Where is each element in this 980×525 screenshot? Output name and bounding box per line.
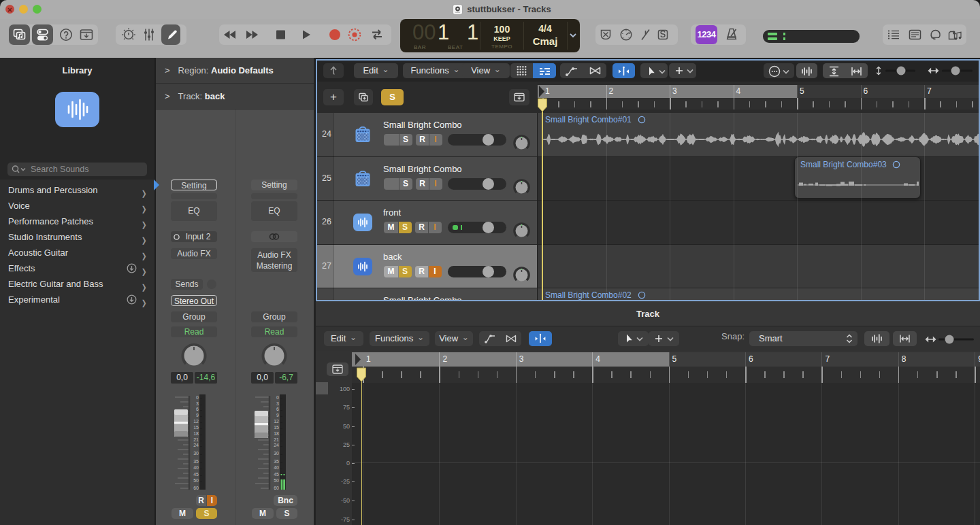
svg-text:30: 30 <box>274 451 279 456</box>
svg-text:6: 6 <box>276 407 279 411</box>
svg-text:35: 35 <box>193 459 199 464</box>
svg-text:15: 15 <box>193 425 199 430</box>
svg-text:3: 3 <box>276 401 279 406</box>
svg-text:9: 9 <box>276 413 279 418</box>
svg-text:24: 24 <box>274 443 279 447</box>
svg-text:50: 50 <box>274 478 279 483</box>
svg-text:18: 18 <box>193 431 199 436</box>
svg-text:24: 24 <box>193 443 199 447</box>
svg-text:9: 9 <box>196 413 199 418</box>
svg-text:21: 21 <box>193 437 199 442</box>
svg-text:0: 0 <box>276 395 279 400</box>
svg-text:35: 35 <box>274 459 279 464</box>
svg-text:12: 12 <box>274 419 279 424</box>
svg-text:12: 12 <box>193 419 199 424</box>
svg-text:3: 3 <box>196 401 199 406</box>
svg-text:45: 45 <box>193 472 199 477</box>
svg-text:60: 60 <box>193 486 199 490</box>
svg-text:0: 0 <box>196 395 199 400</box>
svg-text:15: 15 <box>274 425 279 430</box>
svg-text:40: 40 <box>274 465 279 470</box>
svg-text:45: 45 <box>274 472 279 477</box>
svg-text:6: 6 <box>196 407 199 411</box>
svg-text:40: 40 <box>193 465 199 470</box>
svg-text:30: 30 <box>193 451 199 456</box>
svg-text:60: 60 <box>274 486 279 490</box>
svg-text:50: 50 <box>193 478 199 483</box>
svg-text:21: 21 <box>274 437 279 442</box>
svg-text:18: 18 <box>274 431 279 436</box>
